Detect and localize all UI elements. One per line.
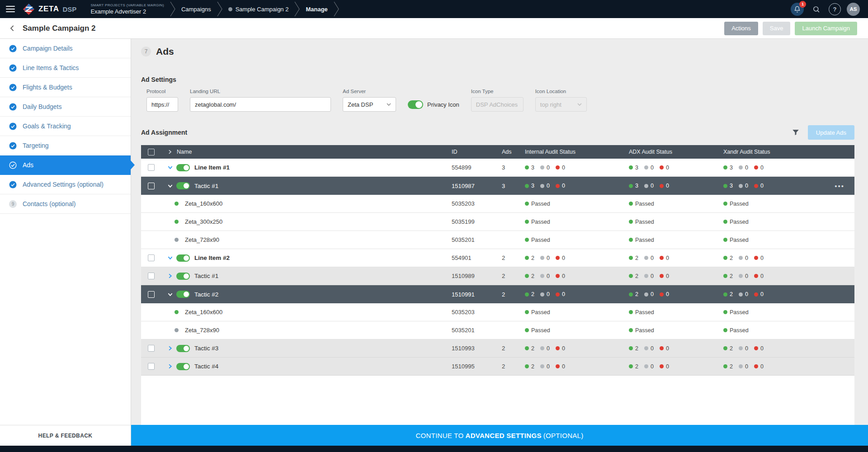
status-toggle[interactable] — [176, 182, 190, 189]
row-checkbox[interactable] — [148, 254, 155, 261]
sidebar-item-line-items-tactics[interactable]: Line Items & Tactics — [0, 58, 131, 78]
sidebar-item-ads[interactable]: Ads — [0, 155, 131, 175]
audit-count-pending: 0 — [739, 165, 748, 171]
expand-all-icon[interactable] — [168, 150, 172, 154]
avatar[interactable]: AS — [847, 3, 860, 16]
xandr-audit-cell: 300 — [723, 183, 827, 189]
actions-button[interactable]: Actions — [724, 22, 758, 35]
sidebar-item-campaign-details[interactable]: Campaign Details — [0, 39, 131, 58]
chevron-right-icon[interactable] — [168, 364, 173, 369]
search-button[interactable] — [810, 3, 823, 16]
tactic-row[interactable]: Tactic #315109932200200200 — [141, 339, 854, 358]
brand-logo[interactable]: ZETA DSP — [21, 3, 85, 15]
gray-dot-icon — [739, 364, 743, 368]
chevron-down-icon[interactable] — [168, 255, 173, 260]
row-checkbox[interactable] — [148, 164, 155, 171]
status-toggle[interactable] — [176, 254, 190, 262]
sidebar-item-targeting[interactable]: Targeting — [0, 136, 131, 155]
sidebar-item-goals-tracking[interactable]: Goals & Tracking — [0, 117, 131, 136]
creative-row[interactable]: Zeta_300x2505035199PassedPassedPassed — [141, 213, 854, 231]
audit-count-rejected: 0 — [556, 363, 565, 370]
adx-audit-cell: Passed — [629, 237, 723, 243]
adx-audit-cell: Passed — [629, 309, 723, 315]
filter-button[interactable] — [792, 128, 800, 137]
audit-status-passed: Passed — [629, 309, 654, 315]
protocol-select[interactable]: https:// — [146, 97, 178, 112]
breadcrumb-item[interactable]: Manage — [300, 6, 333, 13]
launch-campaign-button[interactable]: Launch Campaign — [795, 22, 857, 35]
privacy-icon-toggle[interactable] — [408, 100, 423, 109]
red-dot-icon — [754, 346, 758, 350]
sidebar-item-flights-budgets[interactable]: Flights & Budgets — [0, 78, 131, 97]
tactic-row[interactable]: Tactic #115109892200200200 — [141, 267, 854, 285]
chevron-right-icon[interactable] — [168, 346, 173, 351]
creative-row[interactable]: Zeta_728x905035201PassedPassedPassed — [141, 231, 854, 249]
line-item-row[interactable]: Line Item #25549012200200200 — [141, 249, 854, 267]
help-feedback-link[interactable]: HELP & FEEDBACK — [0, 425, 131, 446]
red-dot-icon — [660, 346, 664, 350]
red-dot-icon — [754, 256, 758, 260]
audit-count-pending: 0 — [739, 291, 748, 297]
audit-count-approved: 3 — [525, 183, 534, 189]
notification-badge: 1 — [799, 1, 806, 8]
sidebar-item-contacts-optional[interactable]: 9Contacts (optional) — [0, 194, 131, 214]
adx-audit-cell: 200 — [629, 273, 723, 279]
toggle-knob — [184, 346, 189, 351]
red-dot-icon — [754, 274, 758, 278]
row-checkbox[interactable] — [148, 273, 155, 279]
chevron-down-icon[interactable] — [168, 292, 173, 297]
chevron-down-icon[interactable] — [168, 184, 173, 188]
tactic-row[interactable]: Tactic #115109873300300300••• — [141, 177, 854, 195]
menu-icon[interactable] — [0, 0, 21, 18]
tactic-row[interactable]: Tactic #215109912200200200 — [141, 285, 854, 303]
update-ads-button[interactable]: Update Ads — [808, 125, 854, 140]
status-toggle[interactable] — [176, 164, 190, 171]
sidebar-item-daily-budgets[interactable]: Daily Budgets — [0, 97, 131, 117]
column-header-xandr-audit: Xandr Audit Status — [723, 149, 770, 155]
column-header-ads: Ads — [502, 149, 512, 155]
status-toggle[interactable] — [176, 291, 190, 298]
row-menu-icon[interactable]: ••• — [835, 182, 844, 190]
breadcrumb-item[interactable]: Campaigns — [175, 6, 217, 13]
sidebar-item-advanced-settings-optional[interactable]: Advanced Settings (optional) — [0, 175, 131, 194]
gray-dot-icon — [739, 292, 743, 297]
line-item-row[interactable]: Line Item #15548993300300300 — [141, 159, 854, 177]
save-button[interactable]: Save — [763, 22, 791, 35]
row-name: Tactic #1 — [194, 273, 218, 279]
chevron-right-icon[interactable] — [168, 273, 173, 278]
status-toggle[interactable] — [176, 345, 190, 352]
status-toggle[interactable] — [176, 363, 190, 370]
gray-dot-icon — [540, 256, 544, 260]
adx-audit-cell: 300 — [629, 183, 723, 189]
row-checkbox[interactable] — [148, 345, 155, 352]
creative-row[interactable]: Zeta_160x6005035203PassedPassedPassed — [141, 303, 854, 321]
chevron-down-icon[interactable] — [168, 165, 173, 170]
column-header-name: Name — [177, 149, 192, 155]
creative-status-dot-icon — [175, 238, 179, 242]
red-dot-icon — [556, 256, 560, 260]
creative-row[interactable]: Zeta_728x905035201PassedPassedPassed — [141, 321, 854, 339]
row-checkbox[interactable] — [148, 291, 155, 298]
status-toggle[interactable] — [176, 273, 190, 280]
breadcrumb-eyebrow: SMART PROJECTS (VARIABLE MARGIN) — [90, 3, 164, 7]
continue-button[interactable]: CONTINUE TO ADVANCED SETTINGS (OPTIONAL) — [131, 425, 868, 446]
breadcrumb-item[interactable]: SMART PROJECTS (VARIABLE MARGIN)Example … — [85, 3, 170, 15]
sidebar-item-label: Daily Budgets — [23, 103, 61, 110]
landing-url-input[interactable] — [190, 97, 331, 112]
back-button[interactable] — [6, 23, 18, 34]
green-dot-icon — [525, 274, 529, 278]
creative-row[interactable]: Zeta_160x6005035203PassedPassedPassed — [141, 195, 854, 213]
audit-count-rejected: 0 — [754, 345, 764, 352]
row-id: 5035203 — [452, 200, 475, 207]
row-checkbox[interactable] — [148, 183, 155, 189]
row-id: 5035203 — [452, 309, 475, 315]
ad-server-select[interactable]: Zeta DSP — [343, 97, 396, 112]
row-checkbox[interactable] — [148, 363, 155, 370]
audit-count-approved: 3 — [629, 183, 638, 189]
help-button[interactable]: ? — [829, 3, 841, 15]
tactic-row[interactable]: Tactic #415109952200200200 — [141, 358, 854, 376]
notifications-button[interactable]: 1 — [791, 3, 804, 16]
select-all-checkbox[interactable] — [148, 149, 155, 155]
breadcrumb-item[interactable]: Sample Campaign 2 — [222, 6, 295, 13]
ad-assignment-header: Ad Assignment Update Ads — [141, 125, 854, 140]
